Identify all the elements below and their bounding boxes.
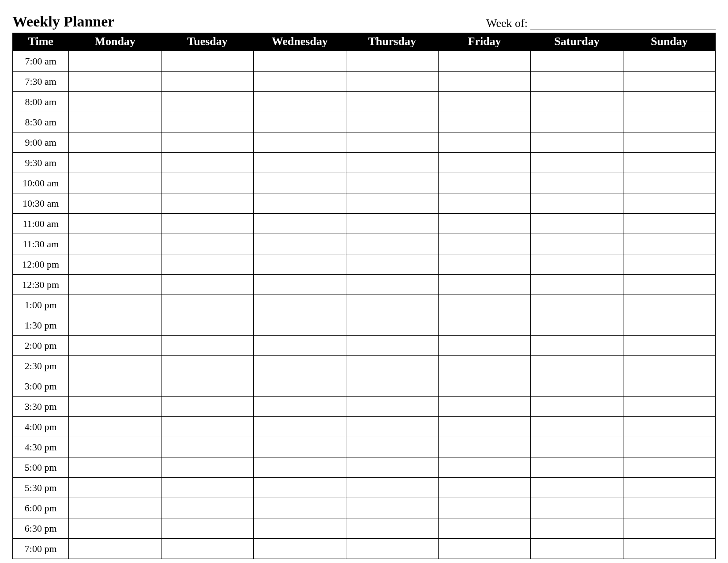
planner-cell[interactable]	[531, 336, 623, 356]
planner-cell[interactable]	[531, 92, 623, 112]
planner-cell[interactable]	[254, 356, 346, 376]
planner-cell[interactable]	[161, 539, 253, 559]
planner-cell[interactable]	[161, 336, 253, 356]
planner-cell[interactable]	[623, 397, 715, 417]
planner-cell[interactable]	[623, 132, 715, 153]
planner-cell[interactable]	[161, 112, 253, 132]
planner-cell[interactable]	[161, 72, 253, 92]
planner-cell[interactable]	[438, 234, 530, 254]
planner-cell[interactable]	[161, 397, 253, 417]
planner-cell[interactable]	[438, 336, 530, 356]
planner-cell[interactable]	[161, 518, 253, 539]
planner-cell[interactable]	[623, 72, 715, 92]
planner-cell[interactable]	[254, 478, 346, 498]
planner-cell[interactable]	[438, 376, 530, 397]
planner-cell[interactable]	[161, 214, 253, 234]
planner-cell[interactable]	[254, 498, 346, 518]
planner-cell[interactable]	[531, 457, 623, 478]
planner-cell[interactable]	[69, 518, 161, 539]
planner-cell[interactable]	[254, 173, 346, 193]
planner-cell[interactable]	[623, 214, 715, 234]
planner-cell[interactable]	[623, 275, 715, 295]
planner-cell[interactable]	[346, 132, 438, 153]
planner-cell[interactable]	[69, 112, 161, 132]
planner-cell[interactable]	[623, 234, 715, 254]
planner-cell[interactable]	[161, 173, 253, 193]
planner-cell[interactable]	[254, 234, 346, 254]
planner-cell[interactable]	[438, 173, 530, 193]
planner-cell[interactable]	[254, 92, 346, 112]
planner-cell[interactable]	[531, 417, 623, 437]
planner-cell[interactable]	[69, 315, 161, 336]
planner-cell[interactable]	[161, 275, 253, 295]
planner-cell[interactable]	[438, 315, 530, 336]
planner-cell[interactable]	[438, 132, 530, 153]
planner-cell[interactable]	[623, 254, 715, 275]
planner-cell[interactable]	[531, 112, 623, 132]
planner-cell[interactable]	[254, 275, 346, 295]
planner-cell[interactable]	[69, 132, 161, 153]
planner-cell[interactable]	[69, 498, 161, 518]
planner-cell[interactable]	[623, 315, 715, 336]
planner-cell[interactable]	[346, 356, 438, 376]
planner-cell[interactable]	[346, 295, 438, 315]
planner-cell[interactable]	[69, 478, 161, 498]
planner-cell[interactable]	[254, 295, 346, 315]
planner-cell[interactable]	[161, 315, 253, 336]
planner-cell[interactable]	[346, 539, 438, 559]
planner-cell[interactable]	[254, 214, 346, 234]
planner-cell[interactable]	[438, 397, 530, 417]
planner-cell[interactable]	[438, 417, 530, 437]
planner-cell[interactable]	[346, 254, 438, 275]
planner-cell[interactable]	[438, 356, 530, 376]
planner-cell[interactable]	[531, 397, 623, 417]
week-of-input-line[interactable]	[530, 19, 716, 30]
planner-cell[interactable]	[161, 153, 253, 173]
planner-cell[interactable]	[346, 72, 438, 92]
planner-cell[interactable]	[346, 336, 438, 356]
planner-cell[interactable]	[161, 478, 253, 498]
planner-cell[interactable]	[346, 315, 438, 336]
planner-cell[interactable]	[623, 173, 715, 193]
planner-cell[interactable]	[346, 376, 438, 397]
planner-cell[interactable]	[438, 437, 530, 457]
planner-cell[interactable]	[69, 234, 161, 254]
planner-cell[interactable]	[161, 417, 253, 437]
planner-cell[interactable]	[254, 457, 346, 478]
planner-cell[interactable]	[531, 518, 623, 539]
planner-cell[interactable]	[438, 51, 530, 72]
planner-cell[interactable]	[531, 315, 623, 336]
planner-cell[interactable]	[161, 51, 253, 72]
planner-cell[interactable]	[438, 254, 530, 275]
planner-cell[interactable]	[161, 132, 253, 153]
planner-cell[interactable]	[346, 173, 438, 193]
planner-cell[interactable]	[161, 376, 253, 397]
planner-cell[interactable]	[438, 295, 530, 315]
planner-cell[interactable]	[623, 356, 715, 376]
planner-cell[interactable]	[69, 376, 161, 397]
planner-cell[interactable]	[438, 112, 530, 132]
planner-cell[interactable]	[69, 193, 161, 214]
planner-cell[interactable]	[254, 72, 346, 92]
planner-cell[interactable]	[531, 193, 623, 214]
planner-cell[interactable]	[161, 356, 253, 376]
planner-cell[interactable]	[69, 72, 161, 92]
planner-cell[interactable]	[346, 457, 438, 478]
planner-cell[interactable]	[69, 51, 161, 72]
planner-cell[interactable]	[346, 397, 438, 417]
planner-cell[interactable]	[623, 92, 715, 112]
planner-cell[interactable]	[531, 153, 623, 173]
planner-cell[interactable]	[623, 539, 715, 559]
planner-cell[interactable]	[254, 397, 346, 417]
planner-cell[interactable]	[531, 478, 623, 498]
planner-cell[interactable]	[623, 51, 715, 72]
planner-cell[interactable]	[161, 254, 253, 275]
planner-cell[interactable]	[531, 214, 623, 234]
planner-cell[interactable]	[531, 173, 623, 193]
planner-cell[interactable]	[438, 214, 530, 234]
planner-cell[interactable]	[346, 193, 438, 214]
planner-cell[interactable]	[531, 132, 623, 153]
planner-cell[interactable]	[254, 51, 346, 72]
planner-cell[interactable]	[438, 518, 530, 539]
planner-cell[interactable]	[254, 518, 346, 539]
